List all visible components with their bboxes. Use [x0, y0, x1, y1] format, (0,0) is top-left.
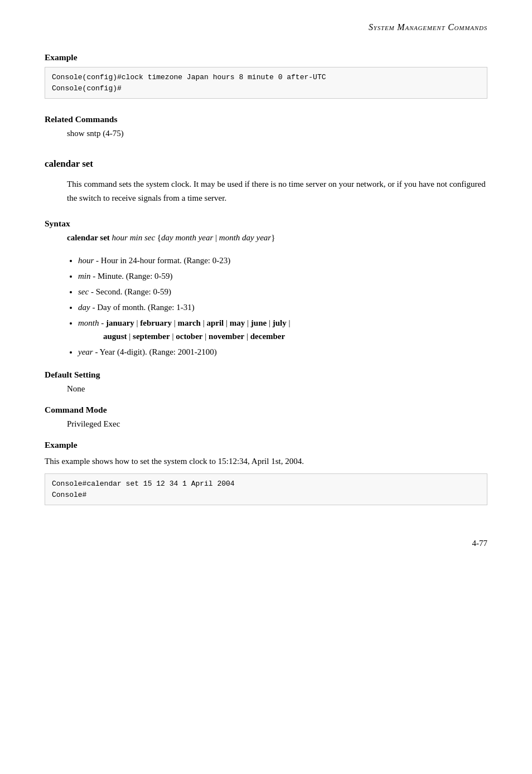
command-mode-section: Command Mode Privileged Exec [45, 405, 487, 429]
param-month-september: september [133, 332, 170, 341]
param-month-august: august [103, 332, 127, 341]
param-month-sep7: | [287, 318, 291, 327]
param-month-sep1: | [134, 318, 141, 327]
param-min: min - Minute. (Range: 0-59) [78, 269, 487, 283]
example-bottom-heading: Example [45, 440, 487, 450]
example-bottom-description: This example shows how to set the system… [45, 454, 487, 468]
param-day-desc: - Day of month. (Range: 1-31) [92, 303, 194, 312]
param-month-february: february [140, 318, 172, 327]
example-bottom-section: Example This example shows how to set th… [45, 440, 487, 506]
related-commands-content: show sntp (4-75) [45, 129, 487, 138]
param-month-sep11: | [244, 332, 250, 341]
param-month-may: may [230, 318, 245, 327]
param-month-sep9: | [170, 332, 176, 341]
param-min-name: min [78, 272, 91, 280]
related-commands-item: show sntp (4-75) [67, 129, 124, 138]
param-month-march: march [178, 318, 201, 327]
param-month-june: june [251, 318, 267, 327]
param-month: month - january | february | march | apr… [78, 316, 487, 343]
page-number: 4-77 [45, 539, 487, 548]
param-month-dash: - [101, 318, 106, 327]
command-mode-value: Privileged Exec [45, 419, 487, 429]
syntax-params-italic: hour min sec [110, 233, 157, 242]
param-month-sep4: | [224, 318, 230, 327]
example-top-code: Console(config)#clock timezone Japan hou… [45, 67, 487, 99]
default-setting-section: Default Setting None [45, 370, 487, 394]
param-month-july: july [273, 318, 287, 327]
syntax-heading: Syntax [45, 219, 487, 229]
syntax-day-month-year: day month year [161, 233, 213, 242]
param-day-name: day [78, 303, 90, 312]
param-year-desc: - Year (4-digit). (Range: 2001-2100) [95, 347, 216, 356]
example-top-section: Example Console(config)#clock timezone J… [45, 52, 487, 99]
page-header-title: System Management Commands [369, 22, 487, 32]
param-month-november: november [209, 332, 244, 341]
param-month-sep2: | [172, 318, 178, 327]
parameter-list: hour - Hour in 24-hour format. (Range: 0… [45, 254, 487, 359]
param-hour: hour - Hour in 24-hour format. (Range: 0… [78, 254, 487, 267]
param-month-october: october [176, 332, 202, 341]
syntax-section: Syntax calendar set hour min sec {day mo… [45, 219, 487, 243]
related-commands-section: Related Commands show sntp (4-75) [45, 114, 487, 138]
syntax-month-day-year: month day year [219, 233, 271, 242]
param-hour-name: hour [78, 256, 94, 265]
param-hour-desc: - Hour in 24-hour format. (Range: 0-23) [96, 256, 230, 265]
syntax-line: calendar set hour min sec {day month yea… [45, 233, 487, 243]
param-year: year - Year (4-digit). (Range: 2001-2100… [78, 345, 487, 359]
calendar-set-description: This command sets the system clock. It m… [45, 177, 487, 205]
syntax-brace-open: { [157, 233, 161, 242]
param-month-january: january [106, 318, 134, 327]
page-header: System Management Commands [45, 22, 487, 32]
param-month-sep6: | [267, 318, 273, 327]
param-month-sep10: | [203, 332, 209, 341]
param-year-name: year [78, 347, 93, 356]
param-sec: sec - Second. (Range: 0-59) [78, 285, 487, 298]
command-mode-heading: Command Mode [45, 405, 487, 415]
param-month-sep3: | [201, 318, 207, 327]
related-commands-heading: Related Commands [45, 114, 487, 124]
param-month-april: april [206, 318, 224, 327]
param-month-december: december [250, 332, 285, 341]
syntax-pipe: | [213, 233, 219, 242]
example-bottom-code: Console#calendar set 15 12 34 1 April 20… [45, 473, 487, 505]
syntax-brace-close: } [271, 233, 275, 242]
param-month-name: month [78, 318, 99, 327]
default-setting-heading: Default Setting [45, 370, 487, 380]
param-min-desc: - Minute. (Range: 0-59) [93, 272, 172, 280]
calendar-set-section: calendar set This command sets the syste… [45, 158, 487, 505]
param-day: day - Day of month. (Range: 1-31) [78, 301, 487, 314]
syntax-cmd-bold: calendar set [67, 233, 110, 242]
param-month-sep5: | [245, 318, 251, 327]
calendar-set-title: calendar set [45, 158, 487, 170]
example-top-heading: Example [45, 52, 487, 62]
param-sec-desc: - Second. (Range: 0-59) [91, 287, 171, 296]
default-setting-value: None [45, 384, 487, 394]
param-sec-name: sec [78, 287, 89, 296]
param-month-sep8: | [127, 332, 133, 341]
